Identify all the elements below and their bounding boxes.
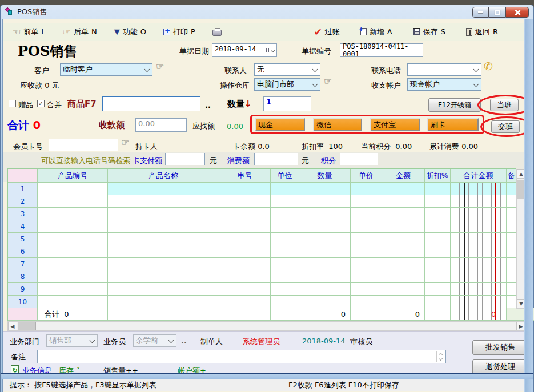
grid-cell[interactable] — [425, 283, 451, 296]
grid-cell[interactable] — [299, 258, 351, 270]
onduty-button[interactable]: 当班 — [490, 99, 519, 111]
grid-cell[interactable] — [271, 258, 299, 270]
pay-alipay-button[interactable]: 支付宝 — [370, 118, 420, 131]
grid-cell[interactable] — [108, 283, 219, 296]
warehouse-combo[interactable]: 电脑门市部 — [254, 78, 320, 91]
grid-cell[interactable] — [507, 233, 517, 245]
grid-cell[interactable] — [351, 195, 382, 208]
grid-cell[interactable] — [425, 270, 451, 283]
titlebar[interactable]: POS销售 — [1, 5, 533, 19]
score-input[interactable] — [340, 153, 378, 165]
grid-cell[interactable] — [425, 183, 451, 195]
grid-cell[interactable] — [425, 258, 451, 270]
hscroll-thumb[interactable] — [18, 322, 36, 330]
merge-checkbox[interactable]: ✓ — [37, 100, 45, 107]
grid-cell[interactable] — [299, 296, 351, 308]
grid-cell[interactable] — [271, 270, 299, 283]
grid-cell[interactable] — [271, 245, 299, 258]
grid-cell[interactable] — [507, 208, 517, 220]
grid-cell[interactable] — [451, 283, 507, 296]
grid-cell[interactable] — [108, 270, 219, 283]
grid-cell[interactable] — [507, 183, 517, 195]
calendar-button[interactable] — [264, 45, 275, 55]
grid-cell[interactable] — [451, 233, 507, 245]
open-cashbox-button[interactable]: F12开钱箱 — [428, 98, 481, 112]
pay-cash-button[interactable]: 现金 — [255, 118, 305, 131]
grid-cell[interactable] — [382, 283, 425, 296]
grid-cell[interactable] — [219, 195, 271, 208]
grid-cell[interactable] — [382, 296, 425, 308]
row-number-cell[interactable]: 6 — [8, 245, 38, 258]
maximize-button[interactable] — [489, 7, 505, 18]
grid-header-cell[interactable]: 单位 — [271, 169, 299, 183]
next-doc-button[interactable]: 后单N — [60, 25, 100, 39]
product-more-dots[interactable]: .. — [205, 101, 211, 110]
grid-cell[interactable] — [351, 208, 382, 220]
row-number-cell[interactable]: 8 — [8, 270, 38, 283]
business-info-icon[interactable] — [11, 365, 19, 373]
grid-cell[interactable] — [382, 270, 425, 283]
grid-cell[interactable] — [351, 258, 382, 270]
grid-cell[interactable] — [271, 283, 299, 296]
grid-cell[interactable] — [219, 220, 271, 233]
grid-cell[interactable] — [351, 245, 382, 258]
grid-cell[interactable] — [38, 258, 108, 270]
grid-header-cell[interactable]: 折扣% — [425, 169, 451, 183]
qty-input[interactable]: 1 — [263, 96, 311, 111]
return-goods-button[interactable]: 退货处理 — [472, 359, 528, 374]
back-button[interactable]: 返回R — [463, 25, 501, 39]
grid-cell[interactable] — [451, 195, 507, 208]
print-button[interactable]: 打印P — [160, 25, 198, 39]
grid-header-cell[interactable]: - — [8, 169, 38, 183]
grid-cell[interactable] — [219, 233, 271, 245]
grid-cell[interactable] — [271, 233, 299, 245]
doc-no-input[interactable]: POS-180914-0411-0001 — [340, 43, 423, 57]
grid-hscrollbar[interactable]: ◀ ▶ — [7, 321, 526, 331]
grid-cell[interactable] — [299, 220, 351, 233]
grid-header-cell[interactable]: 合计金额 — [451, 169, 507, 183]
account-combo[interactable]: 现金帐户 — [407, 78, 481, 91]
grid-cell[interactable] — [425, 208, 451, 220]
grid-cell[interactable] — [38, 296, 108, 308]
grid-cell[interactable] — [351, 270, 382, 283]
grid-cell[interactable] — [507, 195, 517, 208]
customer-combo[interactable]: 临时客户 — [60, 63, 152, 76]
grid-cell[interactable] — [507, 270, 517, 283]
row-number-cell[interactable]: 9 — [8, 283, 38, 296]
grid-cell[interactable] — [271, 296, 299, 308]
warehouse-picker-icon[interactable] — [324, 76, 332, 87]
grid-header-cell[interactable]: 串号 — [219, 169, 271, 183]
handover-button[interactable]: 交班 — [491, 120, 520, 133]
product-input[interactable] — [102, 96, 200, 111]
remark-input[interactable] — [37, 350, 446, 363]
grid-cell[interactable] — [108, 296, 219, 308]
phone-icon[interactable] — [484, 60, 493, 72]
grid-cell[interactable] — [271, 208, 299, 220]
grid-cell[interactable] — [351, 296, 382, 308]
grid-cell[interactable] — [219, 208, 271, 220]
phone-combo[interactable] — [407, 63, 481, 76]
grid-cell[interactable] — [271, 195, 299, 208]
row-number-cell[interactable]: 2 — [8, 195, 38, 208]
grid-header-cell[interactable]: 数量 — [299, 169, 351, 183]
grid-cell[interactable] — [507, 283, 517, 296]
grid-cell[interactable] — [108, 195, 219, 208]
grid-cell[interactable] — [219, 258, 271, 270]
grid-cell[interactable] — [38, 183, 108, 195]
grid-cell[interactable] — [451, 183, 507, 195]
grid-cell[interactable] — [271, 220, 299, 233]
grid-cell[interactable] — [219, 245, 271, 258]
grid-cell[interactable] — [108, 220, 219, 233]
pay-card-button[interactable]: 刷卡 — [427, 118, 479, 131]
grid-cell[interactable] — [382, 220, 425, 233]
prev-doc-button[interactable]: 前单L — [10, 25, 49, 39]
row-number-cell[interactable]: 1 — [8, 183, 38, 195]
grid-cell[interactable] — [451, 208, 507, 220]
grid-cell[interactable] — [351, 283, 382, 296]
grid-cell[interactable] — [271, 183, 299, 195]
grid-cell[interactable] — [108, 233, 219, 245]
contact-combo[interactable]: 无 — [254, 63, 320, 76]
grid-cell[interactable] — [351, 233, 382, 245]
grid-cell[interactable] — [351, 220, 382, 233]
grid-cell[interactable] — [507, 245, 517, 258]
